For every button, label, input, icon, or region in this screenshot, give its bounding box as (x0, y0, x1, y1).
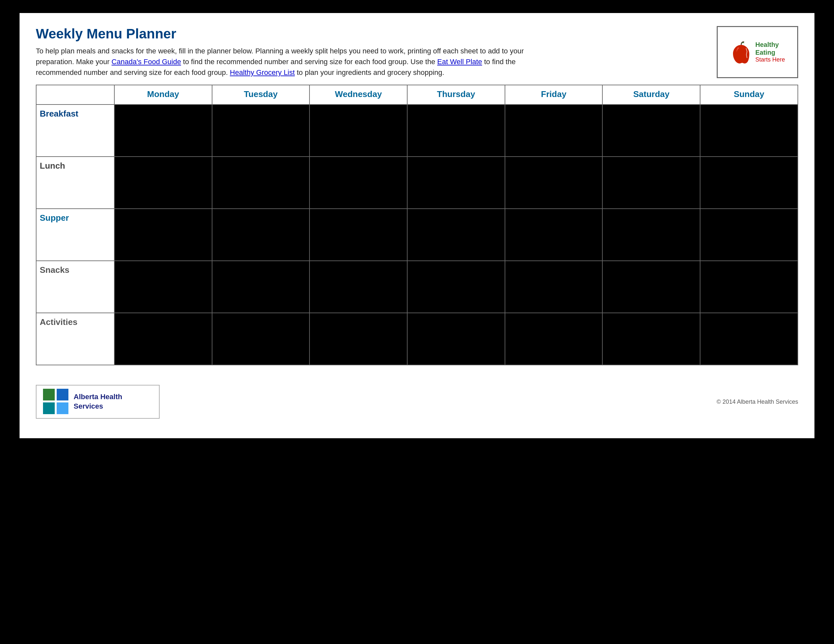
lunch-friday[interactable] (505, 157, 603, 209)
page-title: Weekly Menu Planner (36, 26, 707, 42)
header-left: Weekly Menu Planner To help plan meals a… (36, 26, 707, 78)
alberta-squares (43, 389, 69, 415)
breakfast-tuesday[interactable] (212, 105, 310, 157)
day-thursday: Thursday (407, 85, 505, 105)
breakfast-label: Breakfast (36, 105, 114, 157)
activities-label: Activities (36, 313, 114, 365)
breakfast-wednesday[interactable] (309, 105, 407, 157)
supper-monday[interactable] (114, 209, 212, 261)
lunch-wednesday[interactable] (309, 157, 407, 209)
lunch-label: Lunch (36, 157, 114, 209)
snacks-thursday[interactable] (407, 261, 505, 313)
sq-teal (43, 402, 55, 414)
day-wednesday: Wednesday (309, 85, 407, 105)
lunch-saturday[interactable] (602, 157, 700, 209)
day-saturday: Saturday (602, 85, 700, 105)
supper-wednesday[interactable] (309, 209, 407, 261)
sq-blue (57, 389, 68, 400)
footer-area: Alberta Health Services © 2014 Alberta H… (36, 378, 798, 419)
activities-row: Activities (36, 313, 798, 365)
logo-eating-text: Eating (755, 48, 785, 56)
supper-sunday[interactable] (700, 209, 798, 261)
healthy-grocery-list-link[interactable]: Healthy Grocery List (230, 68, 295, 76)
menu-table: Monday Tuesday Wednesday Thursday Friday… (36, 85, 798, 365)
canada-food-guide-link[interactable]: Canada's Food Guide (112, 58, 181, 66)
eat-well-plate-link[interactable]: Eat Well Plate (437, 58, 482, 66)
snacks-sunday[interactable] (700, 261, 798, 313)
breakfast-sunday[interactable] (700, 105, 798, 157)
sq-lt-blue (57, 402, 68, 414)
day-friday: Friday (505, 85, 603, 105)
activities-sunday[interactable] (700, 313, 798, 365)
sq-green (43, 389, 55, 400)
desc-part2: to find the recommended number and servi… (183, 58, 435, 66)
snacks-friday[interactable] (505, 261, 603, 313)
activities-monday[interactable] (114, 313, 212, 365)
supper-row: Supper (36, 209, 798, 261)
breakfast-saturday[interactable] (602, 105, 700, 157)
lunch-row: Lunch (36, 157, 798, 209)
supper-label: Supper (36, 209, 114, 261)
day-monday: Monday (114, 85, 212, 105)
day-tuesday: Tuesday (212, 85, 310, 105)
apple-icon (730, 40, 753, 65)
supper-tuesday[interactable] (212, 209, 310, 261)
snacks-row: Snacks (36, 261, 798, 313)
page-container: Weekly Menu Planner To help plan meals a… (19, 13, 815, 438)
activities-friday[interactable] (505, 313, 603, 365)
activities-thursday[interactable] (407, 313, 505, 365)
breakfast-friday[interactable] (505, 105, 603, 157)
supper-friday[interactable] (505, 209, 603, 261)
snacks-wednesday[interactable] (309, 261, 407, 313)
supper-saturday[interactable] (602, 209, 700, 261)
logo-healthy-text: Healthy (755, 41, 785, 48)
snacks-monday[interactable] (114, 261, 212, 313)
alberta-health-line2: Services (74, 402, 103, 410)
alberta-health-logo: Alberta Health Services (36, 385, 160, 419)
snacks-saturday[interactable] (602, 261, 700, 313)
header-area: Weekly Menu Planner To help plan meals a… (36, 26, 798, 78)
logo-text-block: Healthy Eating Starts Here (755, 41, 785, 63)
breakfast-row: Breakfast (36, 105, 798, 157)
alberta-health-line1: Alberta Health (74, 393, 122, 401)
alberta-text: Alberta Health Services (74, 392, 122, 411)
logo-starts-text: Starts Here (755, 56, 785, 63)
breakfast-monday[interactable] (114, 105, 212, 157)
table-corner (36, 85, 114, 105)
breakfast-thursday[interactable] (407, 105, 505, 157)
healthy-eating-logo: Healthy Eating Starts Here (717, 26, 798, 78)
lunch-sunday[interactable] (700, 157, 798, 209)
lunch-thursday[interactable] (407, 157, 505, 209)
snacks-tuesday[interactable] (212, 261, 310, 313)
activities-tuesday[interactable] (212, 313, 310, 365)
description: To help plan meals and snacks for the we… (36, 45, 557, 78)
desc-part4: to plan your ingredients and grocery sho… (297, 68, 444, 76)
supper-thursday[interactable] (407, 209, 505, 261)
day-sunday: Sunday (700, 85, 798, 105)
activities-wednesday[interactable] (309, 313, 407, 365)
footer-copyright: © 2014 Alberta Health Services (717, 399, 798, 405)
logo-inner: Healthy Eating Starts Here (730, 40, 785, 65)
lunch-tuesday[interactable] (212, 157, 310, 209)
activities-saturday[interactable] (602, 313, 700, 365)
lunch-monday[interactable] (114, 157, 212, 209)
snacks-label: Snacks (36, 261, 114, 313)
